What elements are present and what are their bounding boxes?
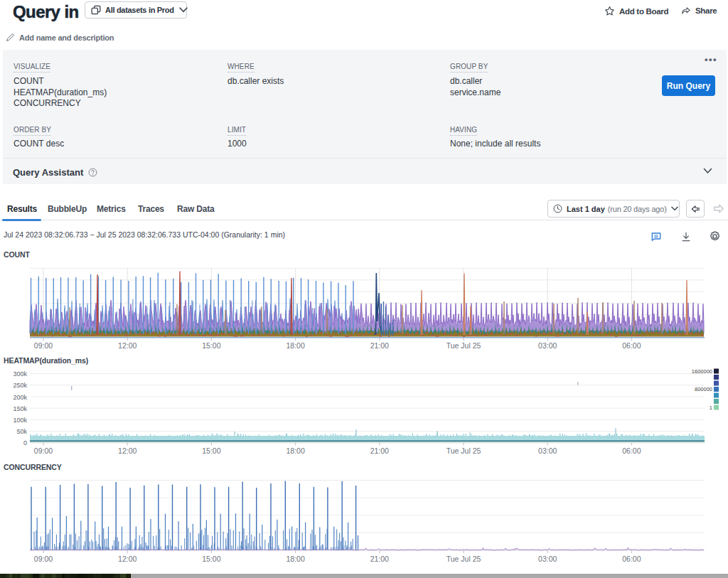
svg-text:1600000: 1600000	[692, 368, 712, 375]
svg-text:200k: 200k	[13, 394, 27, 401]
svg-text:06:00: 06:00	[622, 555, 641, 563]
svg-text:1: 1	[710, 405, 712, 411]
svg-text:18:00: 18:00	[286, 341, 304, 350]
svg-text:Tue Jul 25: Tue Jul 25	[446, 446, 481, 455]
svg-text:03:00: 03:00	[538, 446, 557, 455]
svg-text:Tue Jul 25: Tue Jul 25	[446, 341, 481, 350]
svg-text:0: 0	[23, 439, 27, 446]
svg-text:15:00: 15:00	[202, 446, 220, 455]
svg-text:100k: 100k	[13, 417, 27, 424]
svg-text:15:00: 15:00	[202, 555, 220, 563]
svg-text:250k: 250k	[13, 382, 27, 389]
svg-text:300k: 300k	[13, 370, 27, 378]
svg-text:09:00: 09:00	[34, 446, 53, 455]
svg-text:09:00: 09:00	[34, 555, 53, 563]
svg-text:03:00: 03:00	[538, 341, 557, 350]
svg-text:09:00: 09:00	[34, 341, 53, 350]
svg-text:12:00: 12:00	[118, 446, 136, 455]
svg-text:06:00: 06:00	[622, 446, 641, 455]
svg-text:800000: 800000	[695, 386, 712, 392]
svg-text:03:00: 03:00	[538, 555, 557, 563]
svg-text:50k: 50k	[16, 428, 27, 435]
svg-text:18:00: 18:00	[286, 555, 304, 563]
svg-text:Tue Jul 25: Tue Jul 25	[446, 555, 481, 563]
svg-text:12:00: 12:00	[118, 555, 136, 563]
svg-text:21:00: 21:00	[370, 341, 389, 350]
svg-text:18:00: 18:00	[286, 446, 304, 455]
svg-text:21:00: 21:00	[370, 555, 389, 563]
svg-text:15:00: 15:00	[202, 341, 220, 350]
svg-text:21:00: 21:00	[370, 446, 389, 455]
svg-text:150k: 150k	[13, 405, 27, 412]
svg-text:12:00: 12:00	[118, 341, 136, 350]
svg-text:06:00: 06:00	[622, 341, 641, 350]
